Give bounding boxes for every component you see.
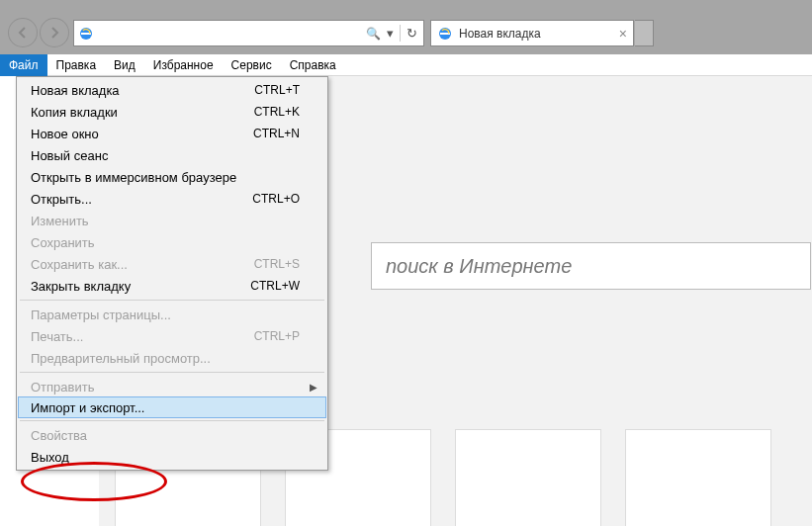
menu-item-справка[interactable]: Справка	[281, 54, 345, 76]
menu-entry-shortcut: CTRL+N	[253, 127, 300, 140]
close-icon[interactable]: ×	[619, 26, 627, 42]
menu-entry-label: Выход	[31, 450, 69, 465]
menu-item-файл[interactable]: Файл	[0, 54, 47, 76]
address-bar[interactable]: 🔍 ▾ ↻	[73, 20, 424, 46]
menu-entry-label: Предварительный просмотр...	[31, 351, 211, 366]
search-placeholder: поиск в Интернете	[386, 255, 572, 278]
menu-entry: Отправить▶	[19, 376, 325, 397]
menu-entry-label: Сохранить как...	[31, 257, 128, 272]
search-input[interactable]: поиск в Интернете	[371, 242, 811, 290]
site-thumbnail[interactable]	[455, 429, 601, 526]
menu-entry-label: Закрыть вкладку	[31, 279, 131, 294]
menu-item-избранное[interactable]: Избранное	[144, 54, 223, 76]
menu-entry-label: Параметры страницы...	[31, 307, 171, 322]
file-menu-dropdown: Новая вкладкаCTRL+TКопия вкладкиCTRL+KНо…	[16, 76, 328, 471]
menu-entry: Изменить	[19, 210, 325, 231]
menu-entry[interactable]: Открыть...CTRL+O	[19, 188, 325, 210]
menu-entry: Предварительный просмотр...	[19, 347, 325, 369]
menu-separator	[20, 420, 324, 421]
menu-entry-label: Новое окно	[31, 127, 99, 141]
browser-chrome: 🔍 ▾ ↻ Новая вкладка ×	[0, 0, 812, 54]
search-icon[interactable]: 🔍	[366, 27, 381, 41]
menu-entry[interactable]: Новый сеанс	[19, 144, 325, 166]
menu-entry[interactable]: Копия вкладкиCTRL+K	[19, 101, 325, 123]
nav-buttons	[8, 18, 69, 47]
menu-entry-shortcut: CTRL+W	[250, 279, 300, 293]
menu-entry-shortcut: CTRL+K	[254, 105, 300, 119]
menu-entry: Сохранить как...CTRL+S	[19, 253, 325, 275]
menu-entry-label: Отправить	[31, 380, 94, 394]
menu-bar: ФайлПравкаВидИзбранноеСервисСправка	[0, 54, 812, 76]
new-tab-button[interactable]	[635, 20, 654, 46]
menu-entry[interactable]: Новое окноCTRL+N	[19, 123, 325, 144]
menu-entry: Свойства	[19, 424, 325, 446]
menu-entry-label: Копия вкладки	[31, 105, 118, 120]
dropdown-icon[interactable]: ▾	[387, 26, 394, 41]
back-button[interactable]	[8, 18, 38, 47]
menu-entry-label: Сохранить	[31, 235, 95, 250]
ie-icon	[78, 26, 94, 42]
menu-entry-label: Новая вкладка	[31, 83, 120, 98]
menu-item-вид[interactable]: Вид	[105, 54, 144, 76]
menu-entry-label: Изменить	[31, 214, 89, 228]
menu-separator	[20, 372, 324, 373]
menu-separator	[20, 300, 324, 301]
menu-entry: Сохранить	[19, 231, 325, 253]
menu-entry: Печать...CTRL+P	[19, 325, 325, 347]
menu-entry-shortcut: CTRL+O	[252, 192, 300, 206]
site-thumbnail[interactable]	[625, 429, 771, 526]
menu-entry[interactable]: Импорт и экспорт...	[18, 396, 326, 418]
menu-entry-label: Новый сеанс	[31, 148, 108, 163]
menu-entry[interactable]: Новая вкладкаCTRL+T	[19, 79, 325, 101]
menu-entry[interactable]: Выход	[19, 446, 325, 468]
refresh-icon[interactable]: ↻	[406, 26, 417, 41]
separator	[400, 25, 401, 42]
menu-entry: Параметры страницы...	[19, 304, 325, 325]
tab-title: Новая вкладка	[459, 27, 541, 41]
menu-entry-shortcut: CTRL+T	[254, 83, 300, 97]
menu-entry-shortcut: CTRL+P	[254, 329, 300, 343]
menu-entry-label: Импорт и экспорт...	[31, 400, 144, 415]
forward-button[interactable]	[40, 18, 69, 47]
menu-entry-shortcut: CTRL+S	[254, 257, 300, 271]
ie-icon	[437, 26, 453, 42]
chevron-right-icon: ▶	[310, 382, 317, 393]
menu-entry-label: Открыть...	[31, 192, 92, 207]
menu-entry-label: Открыть в иммерсивном браузере	[31, 170, 236, 185]
address-controls: 🔍 ▾ ↻	[366, 25, 423, 42]
menu-entry[interactable]: Закрыть вкладкуCTRL+W	[19, 275, 325, 297]
browser-tab[interactable]: Новая вкладка ×	[430, 20, 634, 46]
menu-item-сервис[interactable]: Сервис	[223, 54, 281, 76]
menu-entry[interactable]: Открыть в иммерсивном браузере	[19, 166, 325, 188]
menu-item-правка[interactable]: Правка	[47, 54, 106, 76]
menu-entry-label: Печать...	[31, 329, 83, 344]
menu-entry-label: Свойства	[31, 428, 87, 443]
